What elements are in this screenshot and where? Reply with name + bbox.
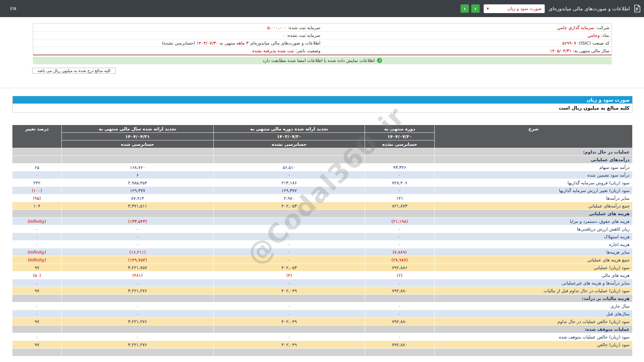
row-value [12,349,62,356]
row-value: (۷,۷۸۹) [365,248,435,256]
registered-capital-value: ۵,۰۰۰,۰۰۰ [267,25,286,30]
report-type-select[interactable]: صورت سود و زیان ▼ [484,4,545,13]
row-value: ۳,۲۲۱,۲۷۶ [62,341,214,349]
table-header: شرح دوره منتهی به تجدید ارائه شده دوره م… [12,125,633,148]
row-label: سود (زیان) عملیاتی [435,264,633,272]
row-value: ۳,۲۲۱,۲۷۶ [62,318,214,325]
row-value: ۰ [214,218,365,225]
row-value: ۳,۲۲۱,۷۵۷ [62,264,214,272]
section-row [12,349,633,356]
row-value [365,349,435,356]
row-value: ۰ [365,310,435,318]
fiscal-year-field: سال مالی منتهی به: ۱۴۰۵/۰۴/۳۱ [322,48,611,53]
row-value: ۰ [62,225,214,233]
row-value: ۰ [12,233,62,241]
row-label: جمع هزینه های عملیاتی [435,256,633,264]
row-value: ۴۰۲,۰۵۳ [214,264,365,272]
row-label: هزینه های مالی [435,272,633,279]
row-value: ۰ [62,279,214,287]
row-value: ۳,۲۲۱,۲۷۶ [62,287,214,295]
row-value: ۲۱۳,۱۸۶ [214,179,365,187]
row-value [214,156,365,164]
row-value: ۰ [62,333,214,341]
row-value: (۱۴۹,۷۵۴) [62,256,214,264]
section-row: عملیات متوقف شده: [12,325,633,333]
row-value: ۰ [214,225,365,233]
row-value [62,295,214,302]
row-value: ۰ [214,333,365,341]
row-value: (Infinity) [12,218,62,225]
info-label: کد صنعت (ISIC): [578,41,609,46]
row-value: ۸۲۱,۸۷۳ [365,202,435,210]
row-label: هزینه استهلاک [435,233,633,241]
row-value: (۱۰۰) [12,187,62,194]
row-value: (۴۸۱) [62,272,214,279]
row-value [12,148,62,156]
row-label: سایر هزینه‌ها [435,248,633,256]
statement-area: صورت سود و زیان کلیه مبالغ به میلیون ریا… [12,96,633,356]
row-value [365,156,435,164]
row-value [62,349,214,356]
row-value: ۰ [62,302,214,310]
row-value: ۹۷ [12,318,62,325]
row-label: هزینه های عملیاتی [435,210,633,218]
row-value: ۲,۹۸۰ [214,194,365,202]
row-value: ۰ [365,233,435,241]
pl-rows: عملیات در حال تداوم:درآمدهای عملیاتیدرآم… [12,148,633,356]
row-value: ۰ [365,241,435,248]
row-label: هزینه های حقوق، دستمزد و مزایا [435,218,633,225]
table-row: سود (زیان) خالص عملیات در حال تداوم۷۹۲,۸… [12,318,633,325]
header-description: شرح [435,125,633,148]
header-restated-period: تجدید ارائه شده دوره مالی منتهی به [214,125,365,133]
row-value: ۷۹۲,۸۸۰ [365,341,435,349]
chevron-down-icon: ▼ [487,7,489,10]
row-value: (۱۳۳,۵۴۳) [62,218,214,225]
row-value: ۰ [12,241,62,248]
units-note: کلیه مبالغ درج شده به میلیون ریال می باش… [32,68,116,74]
top-bar: اطلاعات و صورت‌های مالی میاندوره‌ای صورت… [0,0,644,17]
row-value [214,349,365,356]
row-value [62,210,214,218]
company-field: شرکت: سرمایه گذاري جامي [322,25,611,30]
row-value: (Infinity) [12,256,62,264]
info-row: نماد: وجامي سرمایه ثبت نشده: ۰ [33,32,611,39]
row-value: ۴۰۲,۰۴۹ [214,318,365,325]
statement-nav: › ‹ [461,4,480,13]
row-value: ۰ [12,225,62,233]
row-value: ۴۰۲,۰۵۳ [214,202,365,210]
header-restated-year: تجدید ارائه شده سال مالی منتهی به [62,125,214,133]
row-value: ۰ [62,310,214,318]
next-statement-button[interactable]: ‹ [461,4,469,13]
row-value: ۰ [214,171,365,179]
header-current-period: دوره منتهی به [365,125,435,133]
table-row: هزینه اجاره۰۰۰۰ [12,241,633,248]
info-icon: i [377,58,382,63]
prev-statement-button[interactable]: › [471,4,480,13]
language-toggle[interactable]: EN [10,6,16,11]
table-row: سایر درآمدها و هزینه های غیرعملیاتی۰۰۰۰ [12,279,633,287]
header-current-period-date: ۱۴۰۴/۰۷/۳۰ [365,133,435,140]
table-row: سود (زیان) خالص عملیات متوقف شده۰۰۰۰ [12,333,633,341]
row-value: ۲۴۲ [12,179,62,187]
table-row: سال جاری۰۰۰۰ [12,302,633,310]
row-label: درآمد سود سهام [435,164,633,171]
row-label: سود (زیان) تغییر ارزش سرمایه گذاریها [435,187,633,194]
section-row: عملیات در حال تداوم: [12,148,633,156]
table-row: سود (زیان) فروش سرمایه گذاریها۷۲۸,۴۰۶۲۱۳… [12,179,633,187]
row-value: (۱۶,۲۱۱) [62,248,214,256]
table-row: زیان کاهش ارزش دریافتنی‌ها۰۰۰۰ [12,225,633,233]
period-audit-note: (حسابرسی نشده) [162,41,195,46]
row-value: ۰ [214,241,365,248]
company-info-panel: شرکت: سرمایه گذاري جامي سرمایه ثبت شده: … [33,23,612,55]
table-row: هزینه استهلاک۰۰۰۰ [12,233,633,241]
table-row: سود (زیان) تغییر ارزش سرمایه گذاریها۰۱۲۹… [12,187,633,194]
notice-text: اطلاعات نمایش داده شده با اطلاعات امضا ش… [263,58,375,63]
info-row: کد صنعت (ISIC): ۵۶۹۹۰۷ اطلاعات و صورت‌ها… [33,39,611,47]
row-value [365,295,435,302]
row-value: ۰ [365,333,435,341]
row-value: (Infinity) [12,248,62,256]
row-value: ۰ [365,279,435,287]
row-value: ۱۲۹,۳۷۷ [62,187,214,194]
table-row: سود (زیان) خالص۷۹۲,۸۸۰۴۰۲,۰۴۹۳,۲۲۱,۲۷۶۹۷ [12,341,633,349]
period-length: ۳ ماهه [236,41,249,46]
